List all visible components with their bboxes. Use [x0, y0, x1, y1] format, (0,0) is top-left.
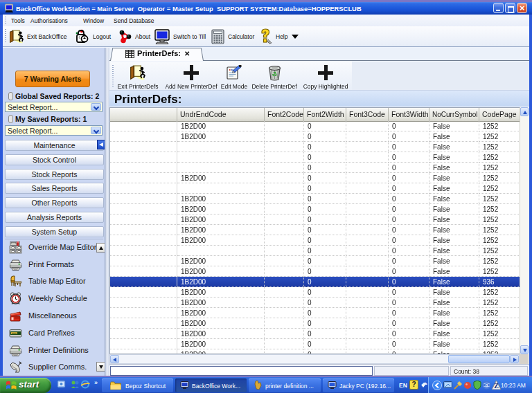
svg-text:a: a	[486, 383, 488, 387]
svg-text:Z: Z	[494, 382, 499, 390]
